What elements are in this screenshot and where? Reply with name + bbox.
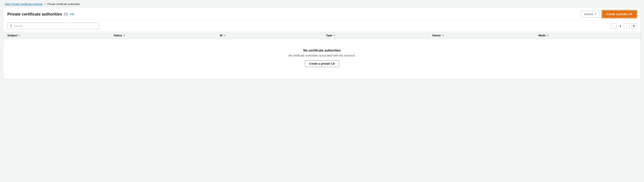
pagination-page: 1 xyxy=(618,24,622,28)
breadcrumb-parent-link[interactable]: AWS Private Certificate Authority xyxy=(5,2,43,5)
breadcrumb: AWS Private Certificate Authority > Priv… xyxy=(0,0,644,7)
breadcrumb-current: Private certificate authorities xyxy=(48,2,80,5)
main-panel: Private certificate authorities (0) Info… xyxy=(3,7,641,79)
table-section: Subject ▽ Status ▽ ID ▽ Type ▽ Owner ▽ xyxy=(4,32,640,79)
create-ca-button-secondary[interactable]: Create a private CA xyxy=(305,60,339,67)
table-header: Subject ▽ Status ▽ ID ▽ Type ▽ Owner ▽ xyxy=(4,32,640,39)
search-input[interactable] xyxy=(14,24,96,28)
table-body: No certificate authorities No certificat… xyxy=(4,39,640,79)
info-link[interactable]: Info xyxy=(70,12,74,16)
actions-label: Actions xyxy=(584,12,593,16)
header-right: Actions Create a private CA xyxy=(580,10,637,18)
sort-icon-id: ▽ xyxy=(224,34,226,37)
create-ca-button-primary[interactable]: Create a private CA xyxy=(602,10,637,18)
pagination-next-button[interactable]: › xyxy=(624,23,630,29)
empty-title: No certificate authorities xyxy=(303,49,341,52)
sort-icon-type: ▽ xyxy=(334,34,335,37)
panel-header: Private certificate authorities (0) Info… xyxy=(4,7,640,20)
sort-icon-status: ▽ xyxy=(124,34,125,37)
col-header-owner: Owner ▽ xyxy=(428,32,534,39)
breadcrumb-separator: > xyxy=(44,2,46,5)
col-header-subject: Subject ▽ xyxy=(4,32,110,39)
sort-icon-mode: ▽ xyxy=(547,34,548,37)
col-header-type: Type ▽ xyxy=(322,32,428,39)
col-header-mode: Mode ▽ xyxy=(534,32,640,39)
chevron-down-icon xyxy=(595,14,596,15)
search-section: ⚲ ‹ 1 › ⚙ xyxy=(4,20,640,32)
count-badge: (0) xyxy=(64,12,68,16)
pagination-controls: ‹ 1 › ⚙ xyxy=(611,23,637,29)
page-title: Private certificate authorities xyxy=(7,12,62,16)
search-bar: ⚲ xyxy=(7,23,99,29)
col-header-id: ID ▽ xyxy=(216,32,322,39)
actions-button[interactable]: Actions xyxy=(580,11,600,17)
empty-description: No certificate authorities associated wi… xyxy=(288,54,356,57)
search-icon: ⚲ xyxy=(10,24,12,28)
column-settings-button[interactable]: ⚙ xyxy=(631,23,637,29)
sort-icon-owner: ▽ xyxy=(442,34,444,37)
sort-icon-subject: ▽ xyxy=(19,34,20,37)
col-header-status: Status ▽ xyxy=(110,32,216,39)
header-left: Private certificate authorities (0) Info xyxy=(7,12,74,16)
pagination-prev-button[interactable]: ‹ xyxy=(611,23,617,29)
empty-state: No certificate authorities No certificat… xyxy=(4,39,640,77)
